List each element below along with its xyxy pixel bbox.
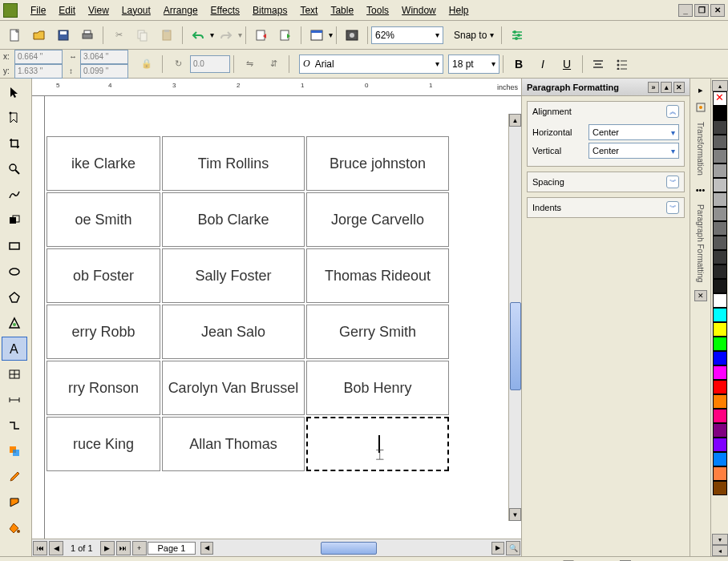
cut-button[interactable]: ✂ [108, 25, 129, 46]
eyedropper-tool[interactable] [2, 465, 27, 489]
dimension-tool[interactable] [2, 388, 27, 412]
y-input[interactable] [14, 64, 63, 79]
table-cell[interactable]: Gerry Smith [306, 305, 449, 359]
color-swatch[interactable] [713, 264, 727, 279]
export-button[interactable] [275, 25, 296, 46]
horizontal-ruler[interactable]: 5 4 3 2 1 0 1 inches [32, 79, 521, 96]
navigator-button[interactable]: 🔍 [506, 541, 520, 555]
docker-close-button[interactable]: ✕ [673, 82, 685, 93]
interactive-tool[interactable] [2, 439, 27, 463]
zoom-combo[interactable]: 62% ▾ [371, 26, 443, 44]
menu-window[interactable]: Window [395, 2, 443, 18]
table-cell[interactable]: ike Clarke [47, 136, 160, 191]
window-minimize-button[interactable]: _ [678, 4, 693, 17]
color-swatch[interactable] [713, 293, 727, 308]
collapse-button[interactable]: ︽ [666, 105, 679, 118]
rectangle-tool[interactable] [2, 234, 27, 258]
lock-ratio-button[interactable]: 🔒 [136, 54, 157, 75]
undo-dropdown-icon[interactable]: ▾ [210, 30, 214, 39]
ellipse-tool[interactable] [2, 260, 27, 284]
color-swatch[interactable] [713, 365, 727, 380]
color-swatch[interactable] [713, 250, 727, 264]
docker-options-button[interactable]: ▸ [693, 82, 709, 98]
color-swatch[interactable] [713, 279, 727, 293]
undo-button[interactable] [188, 25, 208, 46]
menu-text[interactable]: Text [293, 2, 324, 18]
expand-button[interactable]: ︾ [666, 176, 679, 188]
font-combo[interactable]: O Arial ▾ [299, 54, 443, 74]
prev-page-button[interactable]: ◀ [49, 541, 63, 555]
table-cell[interactable]: Allan Thomas [162, 417, 305, 471]
table-cell[interactable]: erry Robb [47, 305, 160, 359]
table-cell[interactable]: Jorge Carvello [306, 192, 449, 247]
mirror-h-button[interactable]: ⇋ [239, 54, 260, 75]
alignment-button[interactable] [588, 54, 609, 75]
table-cell[interactable]: ruce King [47, 417, 160, 471]
app-launcher-dropdown-icon[interactable]: ▾ [329, 30, 333, 39]
palette-flyout-button[interactable]: ◂ [712, 545, 728, 556]
docker-collapse-button[interactable]: ▴ [661, 82, 672, 93]
color-swatch[interactable] [713, 423, 727, 438]
docker-tab-close-button[interactable]: ✕ [694, 290, 707, 301]
mirror-v-button[interactable]: ⇵ [263, 54, 284, 75]
color-swatch[interactable] [713, 106, 727, 120]
no-color-swatch[interactable] [713, 91, 727, 106]
italic-button[interactable]: I [532, 54, 553, 74]
horizontal-scrollbar[interactable] [216, 542, 488, 555]
connector-tool[interactable] [2, 414, 27, 438]
window-restore-button[interactable]: ❐ [694, 4, 709, 17]
rotation-input[interactable] [190, 55, 230, 73]
object-properties-icon[interactable] [693, 99, 709, 115]
last-page-button[interactable]: ⏭ [116, 541, 131, 555]
redo-dropdown-icon[interactable]: ▾ [238, 30, 242, 39]
basic-shapes-tool[interactable] [2, 311, 27, 335]
vertical-scrollbar[interactable]: ▲ ▼ [508, 114, 521, 521]
fill-tool[interactable] [2, 516, 27, 540]
document-canvas[interactable]: ike ClarkeTim RollinsBruce johnston oe S… [32, 96, 521, 539]
scroll-left-button[interactable]: ◀ [200, 542, 213, 555]
table-cell[interactable]: rry Ronson [47, 361, 160, 415]
menu-tools[interactable]: Tools [360, 2, 395, 18]
document-table[interactable]: ike ClarkeTim RollinsBruce johnston oe S… [45, 135, 451, 473]
x-input[interactable] [14, 50, 63, 64]
color-swatch[interactable] [713, 380, 727, 394]
table-cell[interactable]: Jean Salo [162, 305, 305, 359]
menu-arrange[interactable]: Arrange [157, 2, 204, 18]
options-button[interactable] [507, 25, 528, 46]
menu-help[interactable]: Help [443, 2, 475, 18]
menu-bitmaps[interactable]: Bitmaps [246, 2, 293, 18]
freehand-tool[interactable] [2, 183, 27, 207]
table-cell[interactable]: Thomas Rideout [306, 248, 449, 303]
color-swatch[interactable] [713, 409, 727, 423]
width-input[interactable] [80, 50, 128, 64]
paragraph-formatting-tab[interactable]: Paragraph Formatting [696, 204, 705, 282]
smart-fill-tool[interactable] [2, 208, 27, 232]
menu-file[interactable]: File [24, 2, 52, 18]
outline-tool[interactable] [2, 490, 27, 515]
color-swatch[interactable] [713, 135, 727, 149]
table-cell[interactable]: oe Smith [47, 192, 160, 247]
menu-layout[interactable]: Layout [115, 2, 157, 18]
color-swatch[interactable] [713, 438, 727, 452]
color-swatch[interactable] [713, 236, 727, 250]
shape-tool[interactable] [2, 106, 27, 130]
window-close-button[interactable]: ✕ [710, 4, 725, 17]
font-size-combo[interactable]: 18 pt ▾ [448, 54, 499, 74]
table-tool[interactable] [2, 362, 27, 386]
vertical-align-select[interactable]: Center▾ [588, 143, 679, 159]
table-cell[interactable]: ob Foster [47, 248, 160, 303]
color-swatch[interactable] [713, 207, 727, 221]
bullets-button[interactable] [612, 54, 633, 75]
expand-button[interactable]: ︾ [666, 201, 679, 214]
color-proof-button[interactable] [560, 559, 576, 562]
polygon-tool[interactable] [2, 285, 27, 309]
horizontal-scroll-thumb[interactable] [321, 542, 377, 555]
first-page-button[interactable]: ⏮ [33, 541, 47, 555]
app-launcher-button[interactable] [306, 25, 327, 46]
bold-button[interactable]: B [508, 54, 529, 74]
save-button[interactable] [53, 25, 74, 46]
table-cell[interactable]: Bruce johnston [306, 136, 449, 191]
print-button[interactable] [77, 25, 98, 46]
menu-table[interactable]: Table [324, 2, 360, 18]
color-swatch[interactable] [713, 178, 727, 192]
